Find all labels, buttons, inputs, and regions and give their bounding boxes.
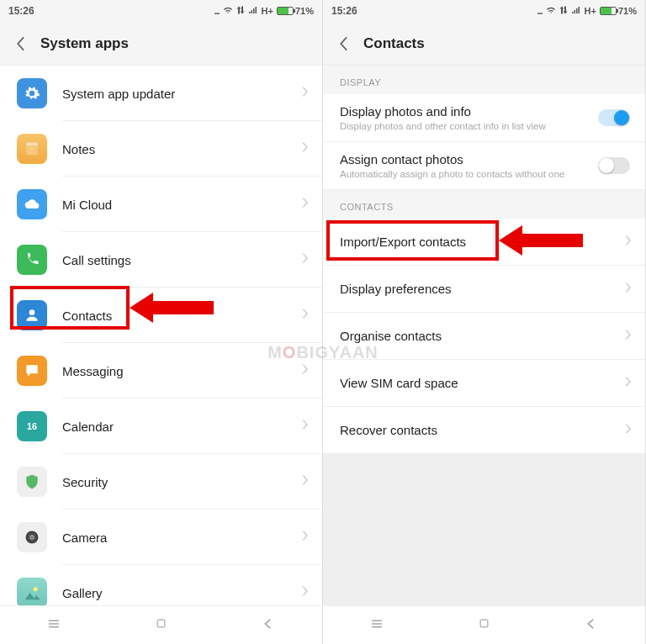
signal-icon: [248, 6, 258, 16]
svg-text:16: 16: [27, 421, 37, 431]
row-assign-photos[interactable]: Assign contact photos Automatically assi…: [323, 142, 645, 190]
page-title: Contacts: [363, 35, 425, 52]
header: Contacts: [323, 22, 645, 66]
svg-rect-14: [480, 620, 488, 627]
chevron-right-icon: [302, 419, 309, 434]
toggle-display-photos[interactable]: [598, 109, 630, 126]
section-contacts: CONTACTS: [323, 190, 645, 219]
nav-home-icon[interactable]: [478, 617, 490, 633]
row-contacts[interactable]: Contacts: [0, 288, 322, 343]
row-label: Call settings: [62, 253, 131, 267]
nav-recent-icon[interactable]: [46, 616, 61, 635]
toggle-assign-photos[interactable]: [598, 157, 630, 174]
shield-icon: [17, 467, 47, 497]
notes-icon: [17, 134, 47, 164]
status-bar: 15:26 ... H+ 71%: [0, 0, 322, 22]
row-sub: Display photos and other contact info in…: [340, 121, 628, 131]
row-label: Mi Cloud: [62, 198, 112, 212]
row-messaging[interactable]: Messaging: [0, 343, 322, 399]
row-title: Recover contacts: [340, 424, 437, 436]
row-label: Contacts: [62, 309, 112, 323]
row-title: Display preferences: [340, 282, 452, 295]
chevron-right-icon: [302, 197, 309, 212]
row-import-export[interactable]: Import/Export contacts: [323, 219, 645, 266]
nav-back-icon[interactable]: [584, 616, 599, 635]
nav-back-icon[interactable]: [261, 616, 276, 635]
row-system-app-updater[interactable]: System app updater: [0, 66, 322, 121]
empty-space: [323, 454, 645, 605]
row-title: View SIM card space: [340, 377, 458, 389]
content[interactable]: DISPLAY Display photos and info Display …: [323, 66, 645, 605]
list[interactable]: System app updater Notes Mi Cloud Call: [0, 66, 322, 605]
nav-bar: [0, 605, 322, 644]
chevron-right-icon: [302, 252, 309, 267]
row-mi-cloud[interactable]: Mi Cloud: [0, 177, 322, 232]
row-call-settings[interactable]: Call settings: [0, 232, 322, 288]
row-calendar[interactable]: 16 Calendar: [0, 399, 322, 454]
nav-home-icon[interactable]: [155, 617, 167, 633]
chevron-right-icon: [302, 86, 309, 101]
chevron-right-icon: [625, 235, 632, 250]
chevron-right-icon: [625, 423, 632, 438]
gear-icon: [17, 78, 47, 108]
cloud-icon: [17, 189, 47, 219]
chevron-right-icon: [302, 363, 309, 378]
updown-icon: [559, 5, 568, 17]
chevron-right-icon: [302, 308, 309, 323]
message-icon: [17, 356, 47, 386]
row-security[interactable]: Security: [0, 454, 322, 509]
gallery-icon: [17, 578, 47, 605]
row-display-pref[interactable]: Display preferences: [323, 266, 645, 313]
wifi-icon: [223, 6, 233, 16]
svg-point-2: [29, 309, 35, 315]
row-gallery[interactable]: Gallery: [0, 565, 322, 605]
row-notes[interactable]: Notes: [0, 121, 322, 177]
back-button[interactable]: [333, 34, 353, 54]
chevron-right-icon: [302, 141, 309, 156]
row-sim-space[interactable]: View SIM card space: [323, 360, 645, 407]
header: System apps: [0, 22, 322, 66]
battery-pct: 71%: [618, 6, 637, 16]
chevron-right-icon: [625, 329, 632, 344]
row-label: Messaging: [62, 364, 124, 378]
row-title: Assign contact photos: [340, 152, 628, 166]
status-time: 15:26: [8, 5, 34, 17]
chevron-right-icon: [302, 474, 309, 489]
chevron-right-icon: [302, 585, 309, 600]
row-label: Notes: [62, 142, 95, 156]
person-icon: [17, 300, 47, 330]
phone-icon: [17, 245, 47, 275]
row-label: System app updater: [62, 87, 175, 101]
row-label: Calendar: [62, 420, 114, 434]
row-organise[interactable]: Organise contacts: [323, 313, 645, 360]
page-title: System apps: [40, 35, 129, 52]
wifi-icon: [546, 6, 556, 16]
nav-recent-icon[interactable]: [369, 616, 384, 635]
status-net: H+: [585, 6, 596, 16]
status-time: 15:26: [331, 5, 357, 17]
row-label: Gallery: [62, 586, 103, 600]
chevron-right-icon: [625, 282, 632, 297]
svg-point-6: [34, 587, 38, 591]
status-net: H+: [262, 6, 273, 16]
row-camera[interactable]: Camera: [0, 509, 322, 565]
battery-icon: 71%: [277, 6, 314, 16]
chevron-right-icon: [625, 376, 632, 391]
row-recover[interactable]: Recover contacts: [323, 407, 645, 454]
battery-icon: 71%: [600, 6, 637, 16]
row-title: Import/Export contacts: [340, 235, 466, 248]
battery-pct: 71%: [295, 6, 314, 16]
row-display-photos[interactable]: Display photos and info Display photos a…: [323, 94, 645, 142]
nav-bar: [323, 605, 645, 644]
updown-icon: [236, 5, 245, 17]
calendar-icon: 16: [17, 411, 47, 441]
section-display: DISPLAY: [323, 66, 645, 94]
svg-rect-1: [26, 143, 37, 145]
row-sub: Automatically assign a photo to contacts…: [340, 169, 628, 179]
svg-rect-10: [157, 620, 165, 627]
phone-right: 15:26 ... H+ 71% Contacts DISPLAY Displa…: [323, 0, 646, 644]
phone-left: 15:26 ... H+ 71% System apps System app …: [0, 0, 323, 644]
back-button[interactable]: [10, 34, 30, 54]
row-label: Security: [62, 475, 108, 489]
signal-icon: [571, 6, 581, 16]
